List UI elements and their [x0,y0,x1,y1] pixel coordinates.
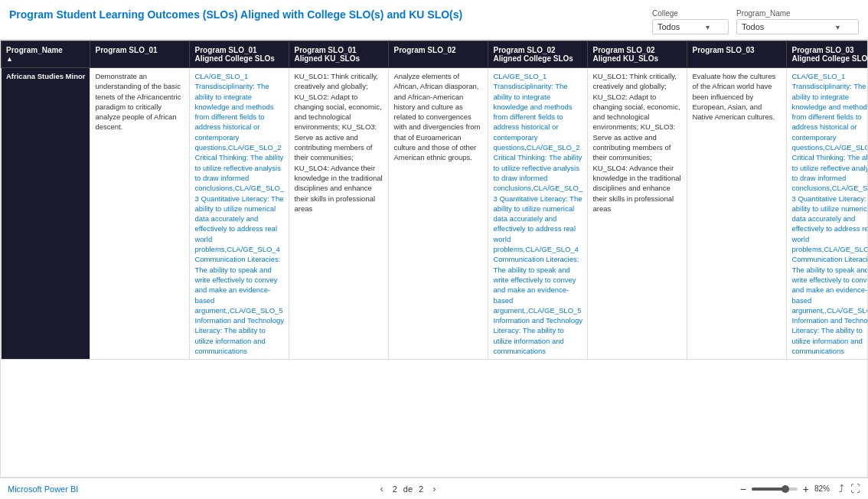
cell-slo_02_ku: KU_SLO1: Think critically, creatively an… [588,68,687,360]
col-program-name[interactable]: Program_Name ▲ [2,41,90,68]
page-current: 2 [393,484,397,494]
zoom-slider-fill [752,488,784,491]
college-chevron-icon: ▾ [706,23,710,31]
sort-icon: ▲ [6,55,13,63]
table-container[interactable]: Program_Name ▲ Program SLO_01 Program SL… [0,40,868,478]
table-header-row: Program_Name ▲ Program SLO_01 Program SL… [2,41,869,68]
college-filter-select[interactable]: Todos ▾ [652,19,729,34]
program-filter-label: Program_Name [736,9,859,18]
cell-slo_02: Analyze elements of African, African dia… [389,68,488,360]
header: Program Student Learning Outcomes (SLOs)… [0,0,868,40]
col-slo-01: Program SLO_01 [90,41,190,68]
next-page-button[interactable]: › [429,481,439,496]
program-filter-value: Todos [742,22,764,31]
zoom-percent: 82% [814,484,836,493]
page-of-label: de [403,484,413,494]
col-slo-03-college: Program SLO_03Aligned College SLOs [787,41,868,68]
program-chevron-icon: ▾ [836,23,840,31]
college-filter-label: College [652,9,729,18]
college-filter-group: College Todos ▾ [652,9,729,34]
prev-page-button[interactable]: ‹ [377,481,386,496]
toolbar-icons: ⤴ ⛶ [839,483,860,494]
col-slo-02-college: Program SLO_02Aligned College SLOs [488,41,588,68]
col-slo-01-ku: Program SLO_01Aligned KU_SLOs [289,41,389,68]
cell-slo_01_ku: KU_SLO1: Think critically, creatively an… [289,68,389,360]
cell-slo_02_college: CLA/GE_SLO_1 Transdisciplinarity: The ab… [488,68,588,360]
program-filter-select[interactable]: Todos ▾ [736,19,859,34]
cell-program_name: Africana Studies Minor [2,68,90,360]
filter-block: College Todos ▾ Program_Name Todos ▾ [652,9,859,34]
powerbi-link[interactable]: Microsoft Power BI [8,484,78,494]
cell-slo_03_college: CLA/GE_SLO_1 Transdisciplinarity: The ab… [787,68,868,360]
cell-slo_01_college: CLA/GE_SLO_1 Transdisciplinarity: The ab… [190,68,289,360]
college-filter-value: Todos [658,22,680,31]
col-slo-02: Program SLO_02 [389,41,488,68]
page-total: 2 [419,484,423,494]
fullscreen-icon[interactable]: ⛶ [850,483,860,494]
bottom-bar: Microsoft Power BI ‹ 2 de 2 › − + 82% ⤴ … [0,478,868,499]
title-block: Program Student Learning Outcomes (SLOs)… [9,8,637,21]
col-slo-01-college: Program SLO_01Aligned College SLOs [190,41,289,68]
zoom-bar: − + 82% ⤴ ⛶ [738,483,860,495]
page-title: Program Student Learning Outcomes (SLOs)… [9,8,637,21]
share-icon[interactable]: ⤴ [839,483,844,494]
col-slo-02-ku: Program SLO_02Aligned KU_SLOs [588,41,687,68]
program-filter-group: Program_Name Todos ▾ [736,9,859,34]
col-slo-03: Program SLO_03 [687,41,787,68]
zoom-minus-button[interactable]: − [738,483,749,495]
data-table: Program_Name ▲ Program SLO_01 Program SL… [1,41,868,360]
zoom-plus-button[interactable]: + [801,483,811,495]
zoom-slider-thumb[interactable] [782,485,789,493]
zoom-slider[interactable] [752,488,798,491]
pagination: ‹ 2 de 2 › [377,481,439,496]
cell-slo_03: Evaluate how the cultures of the African… [687,68,787,360]
table-row: Africana Studies MinorDemonstrate an und… [2,68,869,360]
cell-slo_01: Demonstrate an understanding of the basi… [90,68,190,360]
